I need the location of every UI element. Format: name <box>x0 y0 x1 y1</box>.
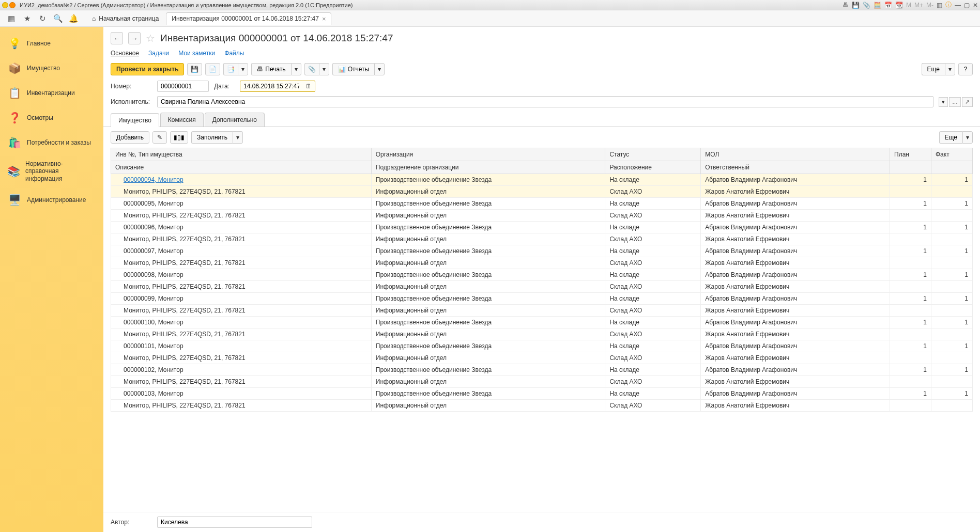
save-doc-button[interactable]: 💾 <box>187 63 202 75</box>
info-icon[interactable]: ⓘ <box>945 1 952 9</box>
print-icon[interactable]: 🖶 <box>843 2 849 9</box>
ellipsis-icon[interactable]: … <box>949 97 961 107</box>
mode-mminus-icon[interactable]: M- <box>926 2 933 9</box>
panels-icon[interactable]: ▥ <box>937 2 942 9</box>
attach-button[interactable]: 📎 ▾ <box>304 63 329 75</box>
attach-caret[interactable]: ▾ <box>319 63 329 75</box>
favorite-toggle-icon[interactable]: ☆ <box>146 32 155 44</box>
minimize-icon[interactable]: — <box>955 2 961 9</box>
col-dept[interactable]: Подразделение организации <box>371 161 605 174</box>
sidebar-item-5[interactable]: 📚Нормативно-справочная информация <box>0 155 103 187</box>
col-fact[interactable]: Факт <box>931 148 973 161</box>
open-exec-icon[interactable]: ↗ <box>962 97 973 107</box>
date-icon[interactable]: 📆 <box>895 2 903 9</box>
calendar-button-icon[interactable]: 🗓 <box>302 82 315 91</box>
mode-mplus-icon[interactable]: M+ <box>914 2 923 9</box>
fill-button[interactable]: Заполнить ▾ <box>191 131 243 144</box>
maximize-icon[interactable]: ▢ <box>964 2 970 9</box>
table-row[interactable]: Монитор, PHILIPS, 227E4QSD, 21, 767821Ин… <box>111 328 973 340</box>
table-row[interactable]: 000000103, МониторПроизводственное объед… <box>111 388 973 400</box>
sidebar-item-1[interactable]: 📦Имущество <box>0 56 103 81</box>
search-icon[interactable]: 🔍 <box>51 11 65 26</box>
table-row[interactable]: Монитор, PHILIPS, 227E4QSD, 21, 767821Ин… <box>111 210 973 222</box>
table-row[interactable]: Монитор, PHILIPS, 227E4QSD, 21, 767821Ин… <box>111 376 973 388</box>
fill-label[interactable]: Заполнить <box>191 131 233 144</box>
sidebar-item-2[interactable]: 📋Инвентаризации <box>0 81 103 105</box>
more-button[interactable]: Еще ▾ <box>922 63 955 75</box>
help-button[interactable]: ? <box>958 63 973 75</box>
executor-input[interactable] <box>157 96 933 107</box>
table-row[interactable]: 000000101, МониторПроизводственное объед… <box>111 340 973 352</box>
close-window-icon[interactable]: ✕ <box>973 2 978 9</box>
more-caret[interactable]: ▾ <box>945 63 955 75</box>
table-row[interactable]: Монитор, PHILIPS, 227E4QSD, 21, 767821Ин… <box>111 305 973 317</box>
nav-back-button[interactable]: ← <box>111 32 123 44</box>
content-tab-extra[interactable]: Дополнительно <box>205 113 265 127</box>
author-input[interactable] <box>157 517 312 528</box>
table-row[interactable]: Монитор, PHILIPS, 227E4QSD, 21, 767821Ин… <box>111 257 973 269</box>
sidebar-item-0[interactable]: 💡Главное <box>0 31 103 56</box>
subtab-notes[interactable]: Мои заметки <box>178 50 215 57</box>
edit-row-button[interactable]: ✎ <box>152 131 167 144</box>
sidebar-item-4[interactable]: 🛍️Потребности и заказы <box>0 130 103 155</box>
number-input[interactable] <box>157 81 209 92</box>
nav-forward-button[interactable]: → <box>128 32 141 44</box>
subtab-tasks[interactable]: Задачи <box>148 50 169 57</box>
sidebar-item-3[interactable]: ❓Осмотры <box>0 105 103 130</box>
col-loc[interactable]: Расположение <box>605 161 701 174</box>
post-button[interactable]: 📄 <box>205 63 220 75</box>
history-icon[interactable]: ↻ <box>35 11 50 26</box>
more-label[interactable]: Еще <box>922 63 945 75</box>
table-row[interactable]: 000000102, МониторПроизводственное объед… <box>111 364 973 376</box>
select-exec-icon[interactable]: ▾ <box>939 97 948 107</box>
print-caret[interactable]: ▾ <box>291 63 301 75</box>
table-row[interactable]: 000000099, МониторПроизводственное объед… <box>111 293 973 305</box>
table-row[interactable]: 000000094, МониторПроизводственное объед… <box>111 174 973 186</box>
table-row[interactable]: Монитор, PHILIPS, 227E4QSD, 21, 767821Ин… <box>111 400 973 412</box>
date-input-wrap[interactable]: 🗓 <box>240 81 315 92</box>
table-row[interactable]: 000000095, МониторПроизводственное объед… <box>111 198 973 210</box>
subtab-files[interactable]: Файлы <box>224 50 244 57</box>
col-org[interactable]: Организация <box>371 148 605 161</box>
reports-button[interactable]: 📊Отчеты ▾ <box>332 63 385 75</box>
content-tab-commission[interactable]: Комиссия <box>160 113 204 127</box>
reports-caret[interactable]: ▾ <box>374 63 385 75</box>
create-based-icon[interactable]: 📑 <box>223 63 238 75</box>
save-icon[interactable]: 💾 <box>852 2 860 9</box>
table-more-label[interactable]: Еще <box>939 131 962 144</box>
col-desc[interactable]: Описание <box>111 161 372 174</box>
table-more-caret[interactable]: ▾ <box>962 131 973 144</box>
notifications-icon[interactable]: 🔔 <box>66 11 81 26</box>
sidebar-item-6[interactable]: 🖥️Администрирование <box>0 187 103 212</box>
table-row[interactable]: Монитор, PHILIPS, 227E4QSD, 21, 767821Ин… <box>111 186 973 198</box>
tool-icon[interactable]: 📎 <box>863 2 870 9</box>
mode-m-icon[interactable]: M <box>906 2 911 9</box>
add-row-button[interactable]: Добавить <box>111 131 149 144</box>
subtab-main[interactable]: Основное <box>111 50 139 57</box>
attach-icon[interactable]: 📎 <box>304 63 319 75</box>
create-based-caret[interactable]: ▾ <box>238 63 248 75</box>
content-tab-assets[interactable]: Имущество <box>111 113 159 127</box>
tab-home[interactable]: ⌂ Начальная страница <box>86 13 165 24</box>
close-tab-icon[interactable]: × <box>322 15 326 23</box>
table-row[interactable]: Монитор, PHILIPS, 227E4QSD, 21, 767821Ин… <box>111 233 973 245</box>
col-resp[interactable]: Ответственный <box>701 161 890 174</box>
apps-icon[interactable]: ▦ <box>4 11 19 26</box>
table-row[interactable]: 000000097, МониторПроизводственное объед… <box>111 245 973 257</box>
date-input[interactable] <box>240 81 302 91</box>
col-mol[interactable]: МОЛ <box>701 148 890 161</box>
table-row[interactable]: 000000100, МониторПроизводственное объед… <box>111 317 973 328</box>
confirm-close-button[interactable]: Провести и закрыть <box>111 63 184 75</box>
table-row[interactable]: 000000098, МониторПроизводственное объед… <box>111 269 973 281</box>
table-more-button[interactable]: Еще ▾ <box>939 131 973 144</box>
fill-caret[interactable]: ▾ <box>233 131 243 144</box>
calc-icon[interactable]: 🧮 <box>874 2 881 9</box>
col-plan[interactable]: План <box>890 148 931 161</box>
table-row[interactable]: 000000096, МониторПроизводственное объед… <box>111 222 973 233</box>
barcode-button[interactable]: ▮▯▮ <box>170 131 188 144</box>
table-row[interactable]: Монитор, PHILIPS, 227E4QSD, 21, 767821Ин… <box>111 281 973 293</box>
favorite-icon[interactable]: ★ <box>20 11 34 26</box>
calendar-icon[interactable]: 📅 <box>884 2 892 9</box>
tab-document[interactable]: Инвентаризация 000000001 от 14.06.2018 1… <box>166 12 331 25</box>
create-based-button[interactable]: 📑 ▾ <box>223 63 248 75</box>
